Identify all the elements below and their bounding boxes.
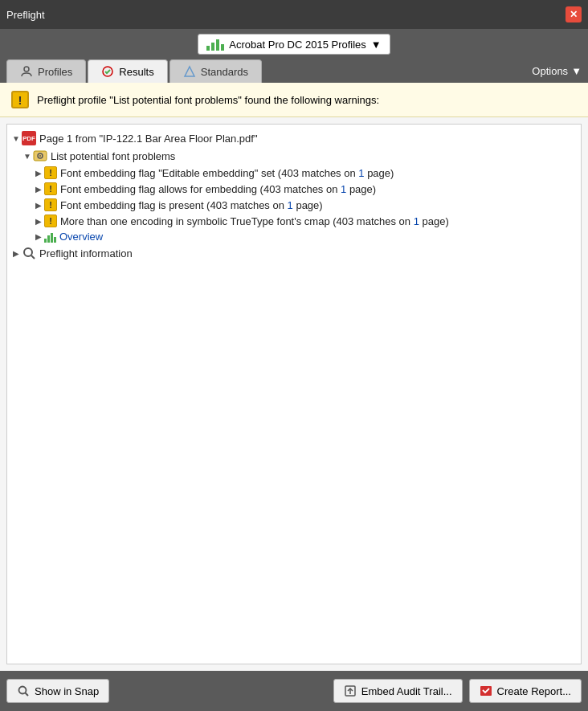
create-report-button[interactable]: Create Report... [469, 679, 582, 703]
tree-preflight-info: ▶ Preflight information [7, 244, 581, 262]
window-title: Preflight [6, 9, 45, 21]
tree-font-item-4: ▶ ! More than one encoding in symbolic T… [7, 213, 581, 229]
expand-arrow-f3[interactable]: ▶ [33, 199, 44, 210]
options-label: Options [532, 65, 568, 77]
embed-audit-button[interactable]: Embed Audit Trail... [333, 679, 463, 703]
tree-font-item-2: ▶ ! Font embedding flag allows for embed… [7, 181, 581, 197]
close-button[interactable]: ✕ [566, 6, 582, 22]
svg-point-6 [24, 248, 32, 256]
svg-line-9 [26, 693, 29, 697]
content-area: ! Preflight profile "List potential font… [0, 83, 588, 671]
svg-line-7 [31, 255, 35, 259]
expand-arrow-page[interactable]: ▼ [10, 133, 22, 144]
options-arrow: ▼ [571, 65, 582, 77]
font-item-2-text: Font embedding flag allows for embedding… [60, 183, 376, 195]
expand-arrow-list[interactable]: ▼ [22, 150, 33, 161]
dropdown-left: Acrobat Pro DC 2015 Profiles [206, 38, 366, 51]
bottom-right-buttons: Embed Audit Trail... Create Report... [333, 679, 582, 703]
dropdown-arrow: ▼ [371, 39, 382, 51]
expand-arrow-f2[interactable]: ▶ [33, 183, 44, 194]
svg-point-5 [39, 155, 41, 157]
mini-bar-icon [44, 231, 56, 243]
toolbar: Acrobat Pro DC 2015 Profiles ▼ [0, 29, 588, 59]
snap-icon [17, 684, 30, 697]
font-item-4-text: More than one encoding in symbolic TrueT… [60, 215, 449, 227]
expand-arrow-f4[interactable]: ▶ [33, 215, 44, 227]
tab-profiles-label: Profiles [38, 66, 72, 78]
pdf-icon: PDF [22, 131, 36, 145]
page-item-label: Page 1 from "IP-122.1 Bar Area Floor Pla… [39, 133, 258, 145]
expand-arrow-preflight[interactable]: ▶ [10, 247, 22, 259]
tab-standards-label: Standards [201, 66, 248, 78]
show-snap-label: Show in Snap [35, 685, 99, 697]
font-item-1-text: Font embedding flag "Editable embedding"… [60, 167, 394, 179]
title-bar: Preflight ✕ [0, 0, 588, 29]
svg-marker-2 [185, 67, 194, 76]
overview-label: Overview [59, 231, 103, 243]
list-item-label: List potential font problems [51, 150, 175, 162]
tab-results-label: Results [119, 66, 153, 78]
tree-font-item-1: ▶ ! Font embedding flag "Editable embedd… [7, 165, 581, 181]
standards-icon [183, 65, 196, 78]
list-font-icon [33, 149, 47, 163]
bottom-bar: Show in Snap Embed Audit Trail... Create… [0, 671, 588, 711]
create-report-label: Create Report... [497, 685, 572, 697]
bar-chart-icon [206, 38, 224, 51]
embed-icon [344, 684, 357, 697]
svg-point-0 [24, 67, 29, 72]
font-item-3-text: Font embedding flag is present (403 matc… [60, 199, 323, 211]
search-icon [22, 246, 36, 260]
profile-dropdown[interactable]: Acrobat Pro DC 2015 Profiles ▼ [198, 34, 390, 55]
svg-point-8 [19, 687, 27, 694]
results-icon [101, 65, 114, 78]
tree-font-item-3: ▶ ! Font embedding flag is present (403 … [7, 197, 581, 213]
options-button[interactable]: Options ▼ [525, 60, 588, 82]
report-icon [480, 684, 492, 697]
show-snap-button[interactable]: Show in Snap [6, 679, 109, 703]
tree-list-item: ▼ List potential font problems [7, 147, 581, 165]
warning-small-2: ! [44, 182, 57, 195]
tree-overview-item: ▶ Overview [7, 229, 581, 244]
warning-text: Preflight profile "List potential font p… [37, 94, 379, 106]
warning-small-4: ! [44, 215, 57, 227]
tree-area[interactable]: ▼ PDF Page 1 from "IP-122.1 Bar Area Flo… [6, 124, 582, 664]
expand-arrow-f1[interactable]: ▶ [33, 167, 44, 178]
warning-icon: ! [11, 91, 29, 108]
warning-small-1: ! [44, 166, 57, 179]
expand-arrow-overview[interactable]: ▶ [33, 231, 44, 243]
preflight-window: Preflight ✕ Acrobat Pro DC 2015 Profiles… [0, 0, 588, 711]
tab-results[interactable]: Results [88, 59, 167, 83]
dropdown-label: Acrobat Pro DC 2015 Profiles [229, 39, 366, 51]
tab-header-row: Profiles Results Standards Options ▼ [0, 59, 588, 83]
tab-profiles[interactable]: Profiles [6, 59, 86, 83]
embed-audit-label: Embed Audit Trail... [361, 685, 452, 697]
warning-small-3: ! [44, 198, 57, 211]
preflight-info-label: Preflight information [39, 247, 133, 259]
warning-banner: ! Preflight profile "List potential font… [0, 83, 588, 117]
profiles-icon [20, 65, 33, 78]
tree-page-item: ▼ PDF Page 1 from "IP-122.1 Bar Area Flo… [7, 129, 581, 147]
tab-standards[interactable]: Standards [169, 59, 262, 83]
